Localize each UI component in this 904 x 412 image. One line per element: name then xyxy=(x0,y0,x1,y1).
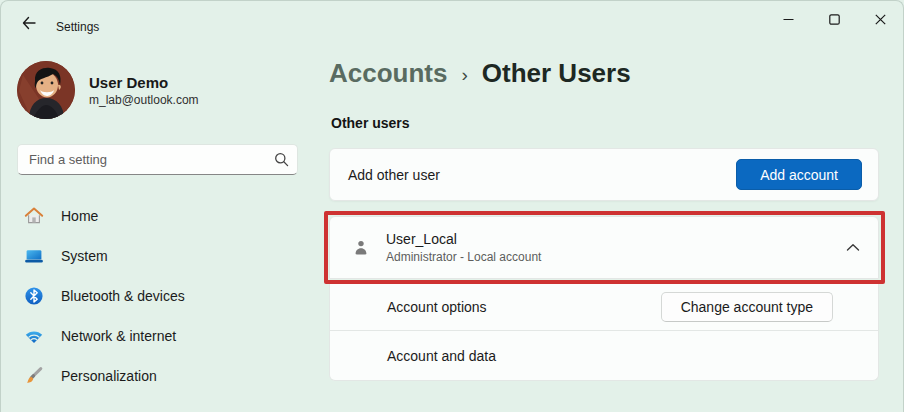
person-icon xyxy=(351,238,371,258)
sidebar-item-label: Bluetooth & devices xyxy=(61,288,185,304)
page-title: Other Users xyxy=(482,58,631,89)
sidebar-item-network[interactable]: Network & internet xyxy=(6,317,306,354)
account-options-row: Account options Change account type xyxy=(329,283,879,331)
sidebar-item-system[interactable]: System xyxy=(6,237,306,274)
titlebar: Settings xyxy=(1,1,903,41)
avatar[interactable] xyxy=(17,61,75,119)
back-button[interactable] xyxy=(13,9,45,37)
close-icon xyxy=(875,14,886,25)
main-content: Accounts › Other Users Other users Add o… xyxy=(313,41,903,412)
back-arrow-icon xyxy=(21,15,37,31)
breadcrumb-accounts[interactable]: Accounts xyxy=(329,58,447,89)
sidebar-item-label: Home xyxy=(61,208,98,224)
sidebar-nav: Home System xyxy=(6,197,306,397)
section-label: Other users xyxy=(331,115,410,131)
sidebar: User Demo m_lab@outlook.com Home xyxy=(1,41,313,412)
sidebar-item-home[interactable]: Home xyxy=(6,197,306,234)
sidebar-item-label: Personalization xyxy=(61,368,157,384)
close-button[interactable] xyxy=(857,1,903,37)
add-account-button[interactable]: Add account xyxy=(736,159,862,190)
account-and-data-row: Account and data Remove xyxy=(329,331,879,381)
home-icon xyxy=(24,206,44,226)
account-name: User Demo xyxy=(89,74,168,91)
sidebar-item-personalization[interactable]: Personalization xyxy=(6,357,306,394)
personalization-icon xyxy=(24,366,44,386)
user-description: Administrator - Local account xyxy=(386,250,541,264)
change-account-type-button[interactable]: Change account type xyxy=(661,292,833,322)
maximize-button[interactable] xyxy=(811,1,857,37)
breadcrumb: Accounts › Other Users xyxy=(329,58,631,89)
minimize-icon xyxy=(783,14,794,25)
minimize-button[interactable] xyxy=(765,1,811,37)
user-local-expander[interactable]: User_Local Administrator - Local account xyxy=(329,216,879,279)
sidebar-item-label: System xyxy=(61,248,108,264)
search-icon xyxy=(274,152,289,167)
search-box[interactable] xyxy=(17,144,298,175)
system-icon xyxy=(24,246,44,266)
settings-window: Settings xyxy=(0,0,904,412)
network-icon xyxy=(24,326,44,346)
account-and-data-label: Account and data xyxy=(387,348,496,364)
search-input[interactable] xyxy=(29,152,274,167)
user-name: User_Local xyxy=(386,231,541,247)
add-other-user-label: Add other user xyxy=(348,167,440,183)
maximize-icon xyxy=(829,14,840,25)
window-controls xyxy=(765,1,903,37)
account-email: m_lab@outlook.com xyxy=(89,93,199,107)
account-options-label: Account options xyxy=(387,299,487,315)
sidebar-item-bluetooth[interactable]: Bluetooth & devices xyxy=(6,277,306,314)
add-other-user-card: Add other user Add account xyxy=(329,148,879,201)
breadcrumb-separator-icon: › xyxy=(461,64,467,86)
sidebar-item-label: Network & internet xyxy=(61,328,176,344)
window-title: Settings xyxy=(56,20,99,34)
bluetooth-icon xyxy=(24,286,44,306)
chevron-up-icon xyxy=(846,243,860,252)
